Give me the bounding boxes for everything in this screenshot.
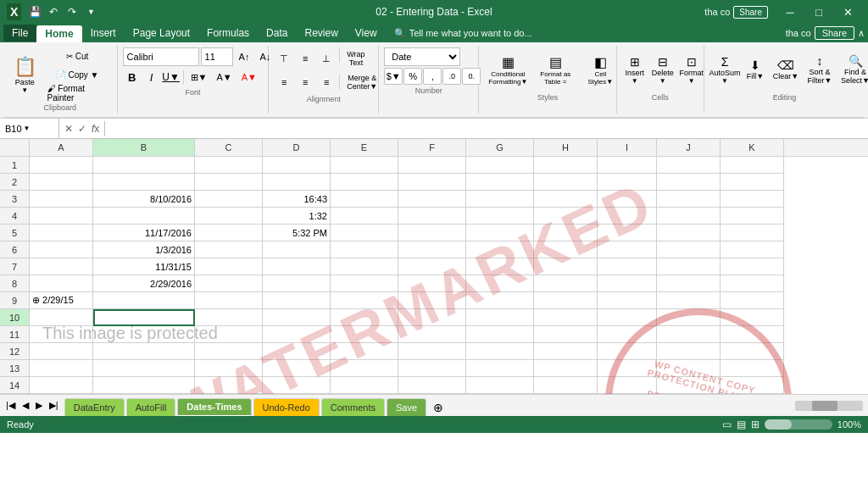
cell-d3[interactable]: 16:43 bbox=[263, 191, 331, 208]
cell-d14[interactable] bbox=[263, 377, 331, 394]
corner-cell[interactable] bbox=[0, 139, 30, 156]
cell-e11[interactable] bbox=[331, 326, 398, 343]
font-size-input[interactable] bbox=[201, 47, 233, 66]
cell-a8[interactable] bbox=[30, 275, 93, 292]
copy-button[interactable]: 📄 Copy ▼ bbox=[43, 66, 112, 83]
menu-item-view[interactable]: View bbox=[347, 25, 386, 42]
cell-h13[interactable] bbox=[534, 360, 598, 377]
cell-j4[interactable] bbox=[657, 208, 721, 225]
cell-j11[interactable] bbox=[657, 326, 721, 343]
cell-j10[interactable] bbox=[657, 309, 721, 326]
zoom-slider[interactable] bbox=[765, 419, 832, 430]
cell-k11[interactable] bbox=[721, 326, 784, 343]
cell-e1[interactable] bbox=[331, 157, 398, 174]
row-header-13[interactable]: 13 bbox=[0, 360, 29, 377]
cell-a1[interactable] bbox=[30, 157, 93, 174]
cell-j7[interactable] bbox=[657, 258, 721, 275]
cell-e14[interactable] bbox=[331, 377, 398, 394]
insert-function-icon[interactable]: fx bbox=[90, 121, 101, 136]
cell-d9[interactable] bbox=[263, 292, 331, 309]
cell-h8[interactable] bbox=[534, 275, 598, 292]
cell-e13[interactable] bbox=[331, 360, 398, 377]
fill-button[interactable]: ⬇Fill▼ bbox=[742, 47, 769, 92]
row-header-10[interactable]: 10 bbox=[0, 309, 29, 326]
sheet-nav-prev[interactable]: ◀ bbox=[19, 398, 31, 413]
cell-f13[interactable] bbox=[398, 360, 466, 377]
cell-a2[interactable] bbox=[30, 174, 93, 191]
cell-c3[interactable] bbox=[195, 191, 263, 208]
cell-g7[interactable] bbox=[466, 258, 534, 275]
cell-e12[interactable] bbox=[331, 343, 398, 360]
menu-item-formulas[interactable]: Formulas bbox=[198, 25, 258, 42]
confirm-formula-icon[interactable]: ✓ bbox=[76, 121, 88, 136]
cell-i2[interactable] bbox=[598, 174, 657, 191]
decrease-decimal-button[interactable]: 0. bbox=[462, 68, 481, 85]
cell-f11[interactable] bbox=[398, 326, 466, 343]
cell-g11[interactable] bbox=[466, 326, 534, 343]
cell-g4[interactable] bbox=[466, 208, 534, 225]
align-top-button[interactable]: ⊤ bbox=[274, 47, 294, 69]
tell-me-wrap[interactable]: 🔍 Tell me what you want to do... bbox=[386, 25, 541, 42]
align-center-button[interactable]: ≡ bbox=[295, 74, 315, 91]
cell-a12[interactable] bbox=[30, 343, 93, 360]
cell-g14[interactable] bbox=[466, 377, 534, 394]
clear-button[interactable]: ⌫Clear▼ bbox=[771, 47, 801, 92]
cell-d10[interactable] bbox=[263, 309, 331, 326]
cell-i10[interactable] bbox=[598, 309, 657, 326]
row-header-12[interactable]: 12 bbox=[0, 343, 29, 360]
wrap-text-button[interactable]: WrapText bbox=[342, 47, 369, 69]
share-button[interactable]: Share bbox=[733, 6, 768, 19]
cell-k7[interactable] bbox=[721, 258, 784, 275]
delete-cells-button[interactable]: ⊟Delete▼ bbox=[649, 47, 676, 92]
cell-f8[interactable] bbox=[398, 275, 466, 292]
percent-button[interactable]: % bbox=[403, 68, 422, 85]
sheet-tab-dataentry[interactable]: DataEntry bbox=[64, 398, 125, 416]
cell-g13[interactable] bbox=[466, 360, 534, 377]
cell-f14[interactable] bbox=[398, 377, 466, 394]
cell-k10[interactable] bbox=[721, 309, 784, 326]
cell-c7[interactable] bbox=[195, 258, 263, 275]
cell-k5[interactable] bbox=[721, 225, 784, 241]
row-header-3[interactable]: 3 bbox=[0, 191, 29, 208]
row-header-4[interactable]: 4 bbox=[0, 208, 29, 225]
sheet-nav-next[interactable]: ▶ bbox=[33, 398, 45, 413]
row-header-11[interactable]: 11 bbox=[0, 326, 29, 343]
cell-b2[interactable] bbox=[93, 174, 195, 191]
cell-e6[interactable] bbox=[331, 241, 398, 258]
cell-d12[interactable] bbox=[263, 343, 331, 360]
cell-f10[interactable] bbox=[398, 309, 466, 326]
menu-item-home[interactable]: Home bbox=[36, 25, 81, 42]
cell-j5[interactable] bbox=[657, 225, 721, 241]
cell-i7[interactable] bbox=[598, 258, 657, 275]
cell-h5[interactable] bbox=[534, 225, 598, 241]
cell-i6[interactable] bbox=[598, 241, 657, 258]
col-header-e[interactable]: E bbox=[331, 139, 398, 156]
insert-cells-button[interactable]: ⊞Insert▼ bbox=[622, 47, 648, 92]
cell-c5[interactable] bbox=[195, 225, 263, 241]
cell-k2[interactable] bbox=[721, 174, 784, 191]
cell-c12[interactable] bbox=[195, 343, 263, 360]
cell-d4[interactable]: 1:32 bbox=[263, 208, 331, 225]
cell-b5[interactable]: 11/17/2016 bbox=[93, 225, 195, 241]
cell-j1[interactable] bbox=[657, 157, 721, 174]
cell-b1[interactable] bbox=[93, 157, 195, 174]
cell-e5[interactable] bbox=[331, 225, 398, 241]
horizontal-scrollbar[interactable] bbox=[795, 401, 863, 411]
sheet-nav-first[interactable]: |◀ bbox=[3, 398, 18, 413]
formula-input[interactable] bbox=[105, 119, 868, 138]
row-header-2[interactable]: 2 bbox=[0, 174, 29, 191]
row-header-5[interactable]: 5 bbox=[0, 225, 29, 241]
menu-item-file[interactable]: File bbox=[3, 25, 36, 42]
fill-color-button[interactable]: A▼ bbox=[213, 69, 236, 86]
cell-h10[interactable] bbox=[534, 309, 598, 326]
sheet-tab-undo[interactable]: Undo-Redo bbox=[253, 398, 320, 416]
minimize-button[interactable]: ─ bbox=[776, 0, 804, 24]
ribbon-collapse-button[interactable]: ∧ bbox=[858, 28, 865, 39]
cell-e7[interactable] bbox=[331, 258, 398, 275]
align-left-button[interactable]: ≡ bbox=[274, 74, 294, 91]
normal-view-button[interactable]: ▭ bbox=[722, 419, 732, 430]
cell-a7[interactable] bbox=[30, 258, 93, 275]
row-header-14[interactable]: 14 bbox=[0, 377, 29, 394]
cell-b9[interactable] bbox=[93, 292, 195, 309]
cell-d5[interactable]: 5:32 PM bbox=[263, 225, 331, 241]
